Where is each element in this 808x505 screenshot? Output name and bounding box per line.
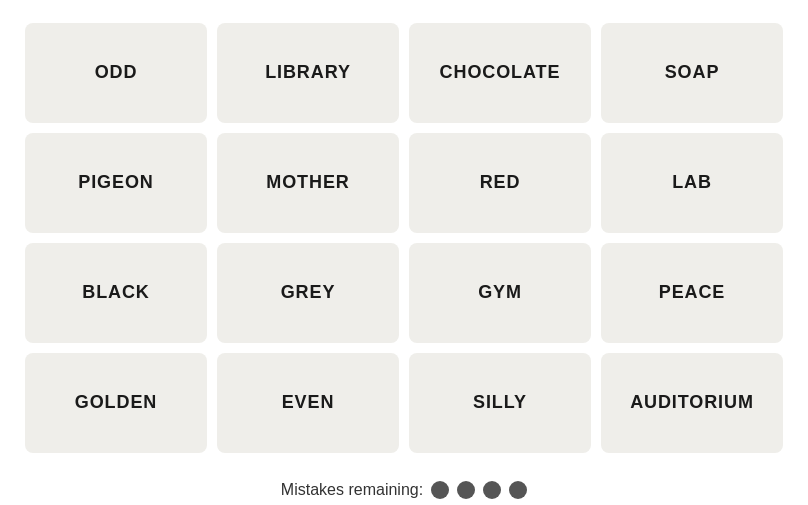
mistake-dot (483, 481, 501, 499)
word-card[interactable]: RED (409, 133, 591, 233)
word-card-label: CHOCOLATE (440, 62, 561, 83)
word-card[interactable]: LIBRARY (217, 23, 399, 123)
footer: Mistakes remaining: (281, 481, 527, 499)
word-card-label: RED (480, 172, 521, 193)
mistakes-label: Mistakes remaining: (281, 481, 423, 499)
word-card-label: LIBRARY (265, 62, 351, 83)
word-card[interactable]: ODD (25, 23, 207, 123)
word-card[interactable]: MOTHER (217, 133, 399, 233)
word-card-label: SOAP (665, 62, 720, 83)
word-card[interactable]: GOLDEN (25, 353, 207, 453)
word-card[interactable]: PEACE (601, 243, 783, 343)
word-card-label: AUDITORIUM (630, 392, 754, 413)
word-card-label: LAB (672, 172, 712, 193)
word-card[interactable]: PIGEON (25, 133, 207, 233)
word-card[interactable]: AUDITORIUM (601, 353, 783, 453)
word-card-label: PIGEON (78, 172, 153, 193)
word-card-label: MOTHER (266, 172, 349, 193)
word-card[interactable]: GYM (409, 243, 591, 343)
word-card[interactable]: BLACK (25, 243, 207, 343)
word-card-label: GREY (281, 282, 336, 303)
mistake-dot (509, 481, 527, 499)
word-card[interactable]: LAB (601, 133, 783, 233)
word-card[interactable]: CHOCOLATE (409, 23, 591, 123)
mistake-dot (431, 481, 449, 499)
word-card-label: GOLDEN (75, 392, 157, 413)
mistakes-dots (431, 481, 527, 499)
word-grid: ODDLIBRARYCHOCOLATESOAPPIGEONMOTHERREDLA… (9, 7, 799, 469)
word-card-label: GYM (478, 282, 522, 303)
word-card-label: ODD (95, 62, 138, 83)
word-card[interactable]: EVEN (217, 353, 399, 453)
mistake-dot (457, 481, 475, 499)
word-card-label: EVEN (282, 392, 335, 413)
word-card[interactable]: GREY (217, 243, 399, 343)
word-card-label: BLACK (82, 282, 150, 303)
word-card-label: SILLY (473, 392, 527, 413)
word-card[interactable]: SOAP (601, 23, 783, 123)
word-card[interactable]: SILLY (409, 353, 591, 453)
word-card-label: PEACE (659, 282, 726, 303)
